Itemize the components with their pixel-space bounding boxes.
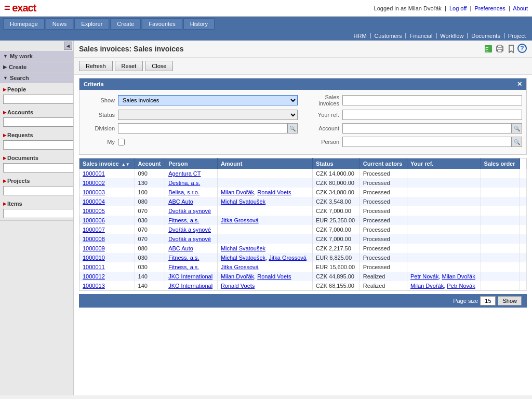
sidebar-documents-title[interactable]: ▶ Documents [3, 154, 70, 162]
col-account[interactable]: Account [135, 158, 165, 169]
nav-create[interactable]: Create [110, 18, 141, 30]
person-link[interactable]: Jitka Grossová [221, 217, 259, 223]
status-select[interactable] [118, 110, 298, 120]
criteria-collapse-btn[interactable]: ✕ [517, 81, 522, 88]
person-link[interactable]: Michal Svatoušek [221, 198, 265, 205]
show-button[interactable]: Show [498, 296, 522, 305]
invoice-link[interactable]: 1000005 [83, 208, 105, 214]
documents-search-input[interactable] [3, 163, 74, 172]
invoice-link[interactable]: 1000002 [83, 180, 105, 186]
nav-homepage[interactable]: Homepage [3, 18, 45, 30]
person-link[interactable]: Michal Svatoušek [221, 255, 265, 261]
account-link[interactable]: Dvořák a synové [168, 236, 211, 242]
actor-link[interactable]: Petr Novák [447, 283, 475, 289]
accounts-search-input[interactable] [3, 117, 74, 127]
print-icon[interactable] [495, 44, 505, 54]
person-link[interactable]: Ronald Voets [257, 273, 291, 280]
refresh-button[interactable]: Refresh [79, 61, 113, 71]
requests-search-input[interactable] [3, 140, 74, 150]
page-size-input[interactable] [480, 296, 496, 305]
sidebar-requests-title[interactable]: ▶ Requests [3, 131, 70, 139]
account-link[interactable]: ABC Auto [168, 198, 193, 205]
nav-news[interactable]: News [46, 18, 74, 30]
col-current-actors[interactable]: Current actors [360, 158, 407, 169]
sidebar-search-header[interactable]: ▼ Search [0, 73, 73, 83]
account-input[interactable] [342, 123, 512, 134]
invoice-link[interactable]: 1000006 [83, 217, 105, 223]
sec-nav-financial[interactable]: Financial [407, 32, 434, 39]
actor-link[interactable]: Petr Novák [410, 273, 438, 280]
log-off-link[interactable]: Log off [449, 5, 467, 11]
account-link[interactable]: Fitness, a.s. [168, 255, 199, 261]
people-search-input[interactable] [3, 95, 74, 104]
person-input[interactable] [342, 137, 512, 147]
nav-history[interactable]: History [183, 18, 215, 30]
account-link[interactable]: Belisa, s.r.o. [168, 189, 200, 195]
person-link[interactable]: Michal Svatoušek [221, 245, 265, 251]
invoice-link[interactable]: 1000007 [83, 227, 105, 233]
invoice-link[interactable]: 1000010 [83, 255, 105, 261]
sec-nav-workflow[interactable]: Workflow [438, 32, 466, 39]
col-sales-invoice[interactable]: Sales invoice ▲▼ [79, 158, 135, 169]
reset-button[interactable]: Reset [115, 61, 143, 71]
sidebar-items-title[interactable]: ▶ Items [3, 200, 70, 208]
division-lookup-btn[interactable]: 🔍 [287, 123, 298, 134]
person-link[interactable]: Milan Dvořák [221, 189, 254, 195]
nav-favourites[interactable]: Favourites [142, 18, 182, 30]
invoice-link[interactable]: 1000003 [83, 189, 105, 195]
actor-link[interactable]: Milan Dvořák [442, 273, 475, 280]
account-link[interactable]: JKO International [168, 283, 212, 289]
help-icon[interactable]: ? [517, 44, 527, 53]
person-link[interactable]: Jitka Grossová [221, 264, 259, 270]
account-link[interactable]: Destina, a.s. [168, 180, 200, 186]
account-link[interactable]: Agentura CT [168, 170, 201, 177]
items-search-input[interactable] [3, 209, 74, 218]
invoice-link[interactable]: 1000009 [83, 245, 105, 251]
person-link[interactable]: Ronald Voets [257, 189, 291, 195]
projects-search-input[interactable] [3, 186, 74, 195]
account-link[interactable]: ABC Auto [168, 245, 193, 251]
sidebar-accounts-title[interactable]: ▶ Accounts [3, 108, 70, 116]
bookmark-icon[interactable] [506, 44, 516, 54]
invoice-link[interactable]: 1000013 [83, 283, 105, 289]
export-icon[interactable]: E [483, 44, 494, 54]
about-link[interactable]: About [513, 5, 528, 11]
invoice-link[interactable]: 1000011 [83, 264, 105, 270]
sales-invoices-input[interactable] [342, 95, 522, 105]
division-input[interactable] [118, 123, 287, 134]
close-button[interactable]: Close [145, 61, 173, 71]
nav-explorer[interactable]: Explorer [74, 18, 109, 30]
account-link[interactable]: JKO International [168, 273, 212, 280]
account-link[interactable]: Fitness, a.s. [168, 217, 199, 223]
sec-nav-documents[interactable]: Documents [469, 32, 502, 39]
col-status[interactable]: Status [312, 158, 360, 169]
sidebar-people-title[interactable]: ▶ People [3, 85, 70, 94]
invoice-link[interactable]: 1000008 [83, 236, 105, 242]
person-link[interactable]: Milan Dvořák [221, 273, 254, 280]
your-ref-input[interactable] [342, 110, 522, 120]
invoice-link[interactable]: 1000001 [83, 170, 105, 177]
actor-link[interactable]: Milan Dvořák [410, 283, 444, 289]
sec-nav-project[interactable]: Project [506, 32, 528, 39]
sidebar-toggle-btn[interactable]: ◄ [64, 42, 72, 50]
sidebar-projects-title[interactable]: ▶ Projects [3, 177, 70, 185]
person-link[interactable]: Jitka Grossová [269, 255, 307, 261]
person-lookup-btn[interactable]: 🔍 [512, 137, 522, 147]
account-link[interactable]: Dvořák a synové [168, 227, 211, 233]
account-link[interactable]: Fitness, a.s. [168, 264, 199, 270]
sidebar-mywork-header[interactable]: ▼ My work [0, 51, 73, 61]
invoice-link[interactable]: 1000012 [83, 273, 105, 280]
sec-nav-hrm[interactable]: HRM [352, 32, 369, 39]
preferences-link[interactable]: Preferences [474, 5, 505, 11]
show-select[interactable]: Sales invoices [118, 95, 298, 105]
my-checkbox[interactable] [118, 139, 125, 145]
col-person[interactable]: Person [165, 158, 218, 169]
person-link[interactable]: Ronald Voets [221, 283, 255, 289]
invoice-link[interactable]: 1000004 [83, 198, 105, 205]
col-amount[interactable]: Amount [217, 158, 312, 169]
account-lookup-btn[interactable]: 🔍 [512, 123, 522, 134]
col-your-ref[interactable]: Your ref. [407, 158, 481, 169]
account-link[interactable]: Dvořák a synové [168, 208, 211, 214]
sec-nav-customers[interactable]: Customers [372, 32, 404, 39]
sidebar-create-header[interactable]: ▶ Create [0, 62, 73, 72]
